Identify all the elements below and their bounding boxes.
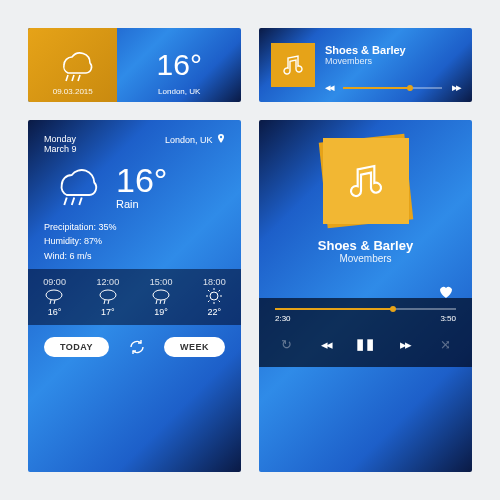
svg-line-23 [219,301,221,303]
repeat-button[interactable]: ↻ [275,337,297,352]
weather-icon-panel: 09.03.2015 [28,28,117,102]
today-button[interactable]: TODAY [44,337,109,357]
refresh-icon[interactable] [128,338,146,356]
wind: Wind: 6 m/s [44,249,225,263]
svg-line-2 [78,75,80,81]
temperature: 16° [116,161,167,200]
weather-location-pin[interactable]: London, UK [165,134,225,154]
svg-line-1 [72,75,74,81]
weather-stats: Precipitation: 35% Humidity: 87% Wind: 6… [44,220,225,263]
svg-line-4 [64,198,67,206]
svg-line-6 [79,198,82,206]
svg-line-22 [208,290,210,292]
rain-icon [97,287,119,305]
shower-icon [150,287,172,305]
svg-line-14 [156,300,157,304]
svg-point-3 [220,136,222,138]
track-title: Shoes & Barley [325,44,460,56]
forecast-item[interactable]: 09:0016° [43,277,66,317]
weather-temp-panel: 16° London, UK [117,28,241,102]
weather-day-date: MondayMarch 9 [44,134,77,154]
next-button[interactable]: ▸▸ [394,337,416,352]
prev-button[interactable]: ◂◂ [315,337,337,352]
rain-cloud-icon [50,45,96,85]
svg-point-17 [210,292,218,300]
forecast-row: 09:0016° 12:0017° 15:0019° 18:0022° [28,269,241,325]
music-note-icon [281,53,305,77]
svg-line-15 [160,300,161,304]
svg-point-13 [153,290,169,300]
weather-widget-small: 09.03.2015 16° London, UK [28,28,241,102]
rain-cloud-icon [44,160,102,210]
weather-date: 09.03.2015 [28,87,117,96]
sun-icon [203,287,225,305]
track-meta: Shoes & Barley Movembers [325,44,460,66]
temperature: 16° [157,48,202,82]
svg-point-7 [46,290,62,300]
svg-line-16 [164,300,165,304]
progress-bar[interactable] [343,87,442,89]
svg-line-11 [104,300,105,304]
week-button[interactable]: WEEK [164,337,225,357]
next-button[interactable]: ▸▸ [452,81,460,94]
svg-line-24 [219,290,221,292]
track-artist: Movembers [339,253,391,264]
forecast-item[interactable]: 15:0019° [150,277,173,317]
svg-line-8 [50,300,51,304]
svg-line-25 [208,301,210,303]
music-note-icon [346,161,386,201]
music-widget-large: Shoes & Barley Movembers 2:30 3:50 ↻ ◂◂ … [259,120,472,472]
album-art[interactable] [271,43,315,87]
elapsed-time: 2:30 [275,314,291,323]
weather-location: London, UK [117,87,241,96]
humidity: Humidity: 87% [44,234,225,248]
svg-line-5 [72,198,75,206]
pause-button[interactable]: ▮▮ [355,335,377,353]
prev-button[interactable]: ◂◂ [325,81,333,94]
progress-bar[interactable] [275,308,456,310]
music-widget-small: Shoes & Barley Movembers ◂◂ ▸▸ [259,28,472,102]
album-art-large[interactable] [323,138,409,224]
precipitation: Precipitation: 35% [44,220,225,234]
weather-widget-large: MondayMarch 9 London, UK 16° Rain Precip… [28,120,241,472]
svg-point-10 [100,290,116,300]
total-time: 3:50 [440,314,456,323]
track-title: Shoes & Barley [318,238,413,253]
forecast-item[interactable]: 18:0022° [203,277,226,317]
svg-line-0 [66,75,68,81]
pin-icon [217,134,225,144]
rain-icon [43,287,65,305]
forecast-item[interactable]: 12:0017° [97,277,120,317]
shuffle-button[interactable]: ⤨ [434,337,456,352]
track-artist: Movembers [325,56,460,66]
svg-line-12 [108,300,109,304]
svg-line-9 [54,300,55,304]
